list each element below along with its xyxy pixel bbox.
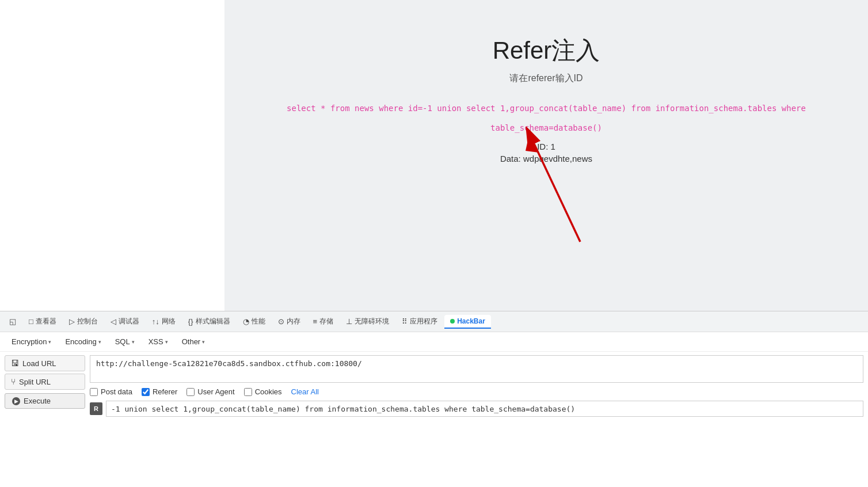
memory-icon: ⊙ (278, 317, 284, 326)
left-buttons: 🖫 Load URL ⑂ Split URL ▶ Execute (5, 355, 85, 409)
style-icon: {} (188, 317, 193, 326)
url-input[interactable] (90, 355, 863, 383)
tab-memory[interactable]: ⊙ 内存 (272, 314, 306, 329)
load-url-button[interactable]: 🖫 Load URL (5, 355, 85, 371)
storage-icon: ≡ (313, 317, 318, 326)
post-data-checkbox-label[interactable]: Post data (90, 387, 132, 396)
devtools-tabs: ◱ □ 查看器 ▷ 控制台 ◁ 调试器 ↑↓ 网络 {} 样式编辑器 ◔ 性能 … (0, 311, 868, 332)
right-inputs: Post data Referer User Agent Cookies (90, 355, 863, 417)
xss-label: XSS (149, 337, 163, 346)
post-data-checkbox[interactable] (90, 388, 98, 396)
referer-checkbox[interactable] (142, 388, 150, 396)
tab-accessibility-label: 无障碍环境 (355, 317, 389, 326)
tab-hackbar-label: HackBar (457, 317, 485, 325)
clear-all-button[interactable]: Clear All (291, 387, 319, 396)
cookies-checkbox-label[interactable]: Cookies (244, 387, 282, 396)
sql-query-line2: table_schema=database() (490, 121, 602, 134)
referer-input[interactable] (106, 401, 863, 417)
tab-storage-label: 存储 (319, 317, 333, 326)
referer-prefix: R (90, 402, 102, 415)
post-data-label: Post data (101, 387, 132, 396)
split-url-button[interactable]: ⑂ Split URL (5, 374, 85, 390)
tab-console[interactable]: ▷ 控制台 (63, 314, 104, 329)
hackbar-menu-bar: Encryption ▾ Encoding ▾ SQL ▾ XSS ▾ Othe… (0, 332, 868, 352)
menu-other[interactable]: Other ▾ (177, 336, 210, 348)
viewer-icon: □ (29, 317, 33, 326)
cookies-label: Cookies (255, 387, 282, 396)
sql-query-line1: select * from news where id=-1 union sel… (287, 102, 806, 115)
main-content: Refer注入 请在referer输入ID select * from news… (224, 0, 868, 311)
referer-row: R (90, 401, 863, 417)
execute-button[interactable]: ▶ Execute (5, 393, 85, 409)
page-subtitle: 请在referer输入ID (509, 73, 583, 85)
tab-viewer-label: 查看器 (36, 317, 56, 326)
split-url-label: Split URL (19, 378, 51, 386)
network-icon: ↑↓ (152, 317, 159, 326)
menu-xss[interactable]: XSS ▾ (144, 336, 173, 348)
sql-chevron: ▾ (132, 339, 135, 345)
tab-memory-label: 内存 (287, 317, 300, 326)
user-agent-label: User Agent (197, 387, 234, 396)
other-chevron: ▾ (202, 339, 205, 345)
result-id: ID: 1 (537, 142, 555, 151)
tab-apps[interactable]: ⠿ 应用程序 (396, 314, 443, 329)
left-panel (0, 0, 224, 311)
tab-performance[interactable]: ◔ 性能 (237, 314, 271, 329)
tab-network-label: 网络 (162, 317, 176, 326)
red-arrow (523, 127, 592, 253)
tab-network[interactable]: ↑↓ 网络 (146, 314, 181, 329)
tab-accessibility[interactable]: ⊥ 无障碍环境 (340, 314, 395, 329)
tab-hackbar[interactable]: HackBar (444, 315, 491, 329)
encoding-chevron: ▾ (98, 339, 101, 345)
hackbar-panel: Encryption ▾ Encoding ▾ SQL ▾ XSS ▾ Othe… (0, 332, 868, 420)
referer-label-text: Referer (153, 387, 177, 396)
console-icon: ▷ (69, 317, 75, 326)
tab-style-label: 样式编辑器 (196, 317, 230, 326)
result-data: Data: wdpqevdhte,news (500, 154, 592, 163)
tab-performance-label: 性能 (252, 317, 265, 326)
debugger-icon: ◁ (111, 317, 116, 326)
sql-label: SQL (115, 337, 130, 346)
tab-style-editor[interactable]: {} 样式编辑器 (182, 314, 236, 329)
accessibility-icon: ⊥ (346, 317, 352, 326)
apps-icon: ⠿ (402, 317, 408, 326)
page-title: Refer注入 (493, 35, 600, 67)
user-agent-checkbox[interactable] (186, 388, 195, 396)
load-url-icon: 🖫 (11, 359, 19, 368)
load-url-label: Load URL (22, 359, 56, 368)
menu-encoding[interactable]: Encoding ▾ (60, 336, 105, 348)
user-agent-checkbox-label[interactable]: User Agent (186, 387, 234, 396)
performance-icon: ◔ (243, 317, 249, 326)
top-area: Refer注入 请在referer输入ID select * from news… (0, 0, 868, 311)
tab-storage[interactable]: ≡ 存储 (307, 314, 340, 329)
tab-apps-label: 应用程序 (410, 317, 437, 326)
tab-inspector[interactable]: ◱ (3, 315, 22, 328)
encryption-chevron: ▾ (48, 339, 51, 345)
tab-console-label: 控制台 (77, 317, 98, 326)
menu-encryption[interactable]: Encryption ▾ (7, 336, 56, 348)
hackbar-dot (450, 319, 455, 324)
cookies-checkbox[interactable] (244, 388, 252, 396)
tab-debugger[interactable]: ◁ 调试器 (105, 314, 145, 329)
other-label: Other (182, 337, 201, 346)
tab-viewer[interactable]: □ 查看器 (23, 314, 62, 329)
referer-checkbox-label[interactable]: Referer (142, 387, 177, 396)
encryption-label: Encryption (12, 337, 47, 346)
checkboxes-row: Post data Referer User Agent Cookies (90, 386, 863, 397)
encoding-label: Encoding (65, 337, 96, 346)
inspector-icon: ◱ (9, 317, 16, 326)
split-url-icon: ⑂ (11, 377, 16, 386)
execute-play-icon: ▶ (12, 397, 20, 405)
bottom-area: ◱ □ 查看器 ▷ 控制台 ◁ 调试器 ↑↓ 网络 {} 样式编辑器 ◔ 性能 … (0, 311, 868, 420)
clear-all-label: Clear All (291, 387, 319, 396)
hackbar-main: 🖫 Load URL ⑂ Split URL ▶ Execute P (0, 352, 868, 420)
tab-debugger-label: 调试器 (119, 317, 139, 326)
xss-chevron: ▾ (165, 339, 168, 345)
execute-label: Execute (24, 397, 51, 405)
menu-sql[interactable]: SQL ▾ (111, 336, 139, 348)
